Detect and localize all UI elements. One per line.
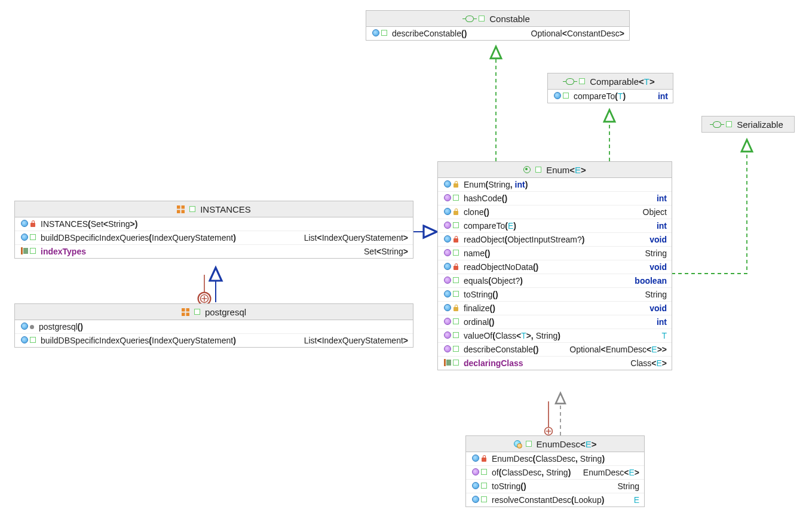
return-type: void — [649, 262, 667, 272]
signature: resolveConstantDesc(Lookup) — [492, 495, 604, 505]
method-icon — [444, 290, 451, 297]
member-list: postgresql()buildDBSpecificIndexQueries(… — [15, 320, 413, 347]
member-row[interactable]: compareTo(E)int — [438, 219, 672, 233]
return-type: List<IndexQueryStatement> — [304, 233, 408, 243]
method-icon — [444, 318, 451, 325]
member-list: Enum(String, int)hashCode()intclone()Obj… — [438, 178, 672, 370]
public-icon — [579, 78, 585, 84]
property-icon — [21, 247, 28, 254]
header-serializable[interactable]: Serializable — [702, 116, 794, 132]
public-icon — [453, 195, 459, 201]
member-row[interactable]: buildDBSpecificIndexQueries(IndexQuerySt… — [15, 231, 413, 245]
private-lock-icon — [481, 455, 487, 462]
protected-lock-icon — [453, 181, 459, 188]
public-icon — [194, 309, 200, 315]
return-type: List<IndexQueryStatement> — [304, 336, 408, 345]
private-lock-icon — [453, 263, 459, 270]
method-icon — [444, 249, 451, 256]
member-row[interactable]: clone()Object — [438, 205, 672, 219]
box-postgresql[interactable]: postgresql postgresql()buildDBSpecificIn… — [14, 303, 413, 348]
return-type: void — [649, 303, 667, 313]
header-instances[interactable]: INSTANCES — [15, 201, 413, 217]
private-lock-icon — [30, 220, 36, 227]
member-row[interactable]: INSTANCES(Set<String>) — [15, 217, 413, 231]
signature: describeConstable() — [392, 29, 467, 38]
member-row[interactable]: equals(Object?)boolean — [438, 274, 672, 288]
signature: describeConstable() — [464, 345, 538, 354]
return-type: String — [617, 481, 639, 491]
public-icon — [453, 291, 459, 297]
member-row[interactable]: buildDBSpecificIndexQueries(IndexQuerySt… — [15, 334, 413, 347]
return-type: EnumDesc<E> — [583, 468, 639, 477]
enum-icon — [182, 308, 189, 316]
signature: buildDBSpecificIndexQueries(IndexQuerySt… — [41, 233, 236, 243]
header-constable[interactable]: Constable — [366, 11, 629, 27]
member-row[interactable]: readObjectNoData()void — [438, 260, 672, 274]
member-row[interactable]: compareTo(T) int — [548, 90, 673, 103]
method-icon — [472, 468, 479, 475]
svg-rect-11 — [186, 312, 189, 316]
method-icon — [444, 345, 451, 352]
member-row[interactable]: hashCode()int — [438, 192, 672, 205]
header-postgresql[interactable]: postgresql — [15, 304, 413, 320]
return-type: boolean — [635, 276, 667, 286]
svg-rect-8 — [182, 308, 185, 312]
box-instances[interactable]: INSTANCES INSTANCES(Set<String>)buildDBS… — [14, 201, 413, 259]
signature: toString() — [464, 290, 498, 299]
box-serializable[interactable]: Serializable — [701, 116, 795, 133]
box-enumdesc[interactable]: EnumDesc<E> EnumDesc(ClassDesc, String)o… — [465, 435, 645, 507]
public-icon — [453, 222, 459, 228]
member-row[interactable]: describeConstable() Optional<ConstantDes… — [366, 27, 629, 40]
return-type: Optional<EnumDesc<E>> — [569, 345, 667, 354]
return-type: T — [661, 331, 667, 340]
member-row[interactable]: EnumDesc(ClassDesc, String) — [466, 452, 644, 466]
member-row[interactable]: ordinal()int — [438, 315, 672, 329]
signature: declaringClass — [464, 358, 523, 368]
svg-rect-7 — [182, 210, 185, 213]
signature: EnumDesc(ClassDesc, String) — [492, 454, 605, 464]
method-icon — [472, 496, 479, 503]
header-enum[interactable]: Enum<E> — [438, 162, 672, 178]
public-icon — [481, 496, 487, 502]
member-row[interactable]: valueOf(Class<T>, String)T — [438, 329, 672, 343]
return-type: int — [658, 91, 668, 101]
public-icon — [481, 483, 487, 489]
title: Enum<E> — [546, 165, 586, 175]
public-icon — [481, 469, 487, 475]
method-icon — [444, 304, 451, 311]
member-row[interactable]: toString()String — [466, 480, 644, 493]
signature: name() — [464, 248, 490, 258]
method-icon — [444, 180, 451, 188]
signature: toString() — [492, 481, 526, 491]
method-icon — [472, 455, 479, 462]
member-row[interactable]: Enum(String, int) — [438, 178, 672, 192]
method-icon — [21, 220, 28, 227]
signature: finalize() — [464, 303, 495, 313]
member-row[interactable]: declaringClassClass<E> — [438, 357, 672, 370]
member-row[interactable]: indexTypesSet<String> — [15, 245, 413, 258]
signature: readObject(ObjectInputStream?) — [464, 235, 584, 244]
method-icon — [472, 482, 479, 489]
member-row[interactable]: describeConstable()Optional<EnumDesc<E>> — [438, 343, 672, 357]
header-enumdesc[interactable]: EnumDesc<E> — [466, 436, 644, 452]
box-enum[interactable]: Enum<E> Enum(String, int)hashCode()intcl… — [437, 161, 672, 370]
return-type: E — [634, 495, 639, 505]
member-row[interactable]: toString()String — [438, 288, 672, 302]
member-row[interactable]: resolveConstantDesc(Lookup)E — [466, 493, 644, 507]
public-icon — [453, 250, 459, 256]
return-type: String — [645, 290, 667, 299]
box-comparable[interactable]: Comparable<T> compareTo(T) int — [547, 73, 673, 103]
method-icon — [21, 336, 28, 343]
member-row[interactable]: of(ClassDesc, String)EnumDesc<E> — [466, 466, 644, 480]
member-row[interactable]: postgresql() — [15, 320, 413, 334]
member-row[interactable]: name()String — [438, 247, 672, 260]
member-row[interactable]: readObject(ObjectInputStream?)void — [438, 233, 672, 247]
public-icon — [453, 332, 459, 338]
public-icon — [526, 441, 532, 447]
member-row[interactable]: finalize()void — [438, 302, 672, 315]
interface-icon — [566, 78, 574, 85]
header-comparable[interactable]: Comparable<T> — [548, 73, 673, 90]
svg-rect-10 — [182, 312, 185, 316]
return-type: String — [645, 248, 667, 258]
box-constable[interactable]: Constable describeConstable() Optional<C… — [366, 10, 630, 41]
